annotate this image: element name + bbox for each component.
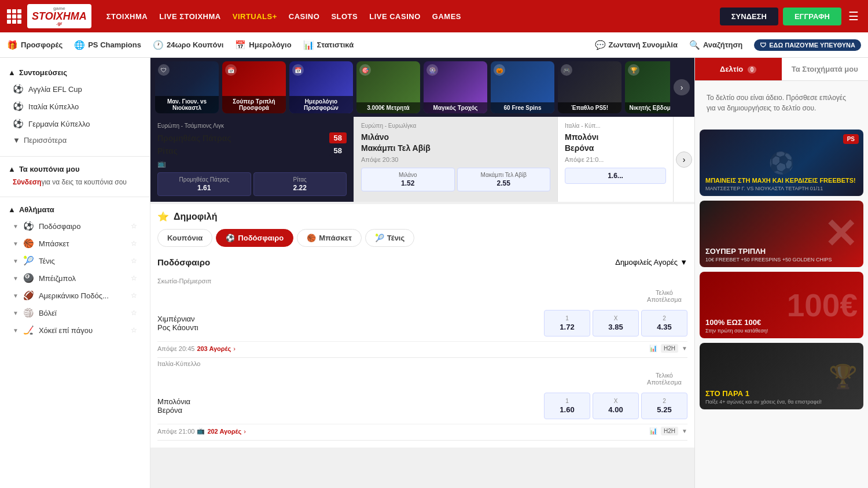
tennis-label: Τένις <box>39 257 55 265</box>
ad-card-1[interactable]: ✕ ΣΟΥΠΕΡ ΤΡΙΠΛΗ 10€ FREEBET +50 FREESPIN… <box>700 201 863 267</box>
odd-cell-0-2[interactable]: 2 4.35 <box>641 310 687 337</box>
odd-cell-1-2[interactable]: 2 5.25 <box>641 393 687 419</box>
sidebar-item-italy-cup[interactable]: ⚽ Ιταλία Κύπελλο <box>8 98 142 115</box>
nav-slots[interactable]: SLOTS <box>331 12 358 21</box>
promo-card-3[interactable]: 🎯 3.000€ Μετρητά <box>356 61 420 113</box>
live-video-icon[interactable]: 📺 <box>157 160 347 168</box>
sidebar-item-basketball[interactable]: ▼ 🏀 Μπάσκετ ☆ <box>8 235 142 252</box>
fav-star-1[interactable]: ☆ <box>131 222 137 230</box>
markets-arrow-1[interactable]: › <box>244 428 246 435</box>
popular-markets-sort[interactable]: Δημοφιλείς Αγορές ▼ <box>615 258 687 267</box>
pop-tab-tennis[interactable]: 🎾 Τένις <box>365 229 414 247</box>
hockey-icon: 🏒 <box>23 325 34 335</box>
athletics-header[interactable]: ▲ Αθλήματα <box>8 205 142 214</box>
sindeси-button[interactable]: ΣΥΝΔΕΣΗ <box>720 8 778 25</box>
match-header-0: Τελικό Αποτέλεσμα <box>157 287 687 305</box>
badge-icon: 🛡 <box>760 42 766 49</box>
odd-btn-1-0[interactable]: Μιλάνο 1.52 <box>361 168 455 191</box>
odd-team-1-0: Μιλάνο <box>364 172 452 178</box>
nav-ps-champions[interactable]: 🌐 PS Champions <box>74 40 141 50</box>
sidebar-item-tennis[interactable]: ▼ 🎾 Τένις ☆ <box>8 252 142 269</box>
odd-cell-1-X[interactable]: X 4.00 <box>593 393 639 419</box>
promo-label-0: Μαν. Γιουν. vs Νιούκαστλ <box>155 96 219 113</box>
markets-arrow-0[interactable]: › <box>233 345 236 352</box>
promo-card-1[interactable]: 📅 Σούπερ Τριπλή Προσφορά <box>222 61 286 113</box>
sidebar-item-football[interactable]: ▼ ⚽ Ποδόσφαιρο ☆ <box>8 217 142 235</box>
odd-btn-0-0[interactable]: Προμηθέας Πάτρας 1.61 <box>157 172 251 196</box>
chevron-down-icon-1: ▼ <box>13 223 19 230</box>
nav-stoixima[interactable]: ΣΤΟΙΧΗΜΑ <box>106 12 148 21</box>
odd-btn-0-1[interactable]: Ρίτας 2.22 <box>253 172 347 196</box>
promo-next-button[interactable]: › <box>674 79 690 95</box>
fav-star-6[interactable]: ☆ <box>131 309 137 317</box>
sidebar-item-american-football[interactable]: ▼ 🏈 Αμερικάνικο Ποδός... ☆ <box>8 287 142 304</box>
pop-tab-koupon[interactable]: Κουπόνια <box>157 229 212 247</box>
live-score1-0: 58 <box>329 132 347 143</box>
h2h-badge-0[interactable]: H2H <box>661 344 678 353</box>
live-next-button[interactable]: › <box>676 151 692 168</box>
match-meta-right-0: 📊 H2H ▼ <box>649 344 687 353</box>
fav-star-7[interactable]: ☆ <box>131 326 137 334</box>
promo-card-6[interactable]: 🎮 Έπαθλο PS5! <box>558 61 621 113</box>
my-coupons-header[interactable]: ▲ Τα κουπόνια μου <box>8 165 142 173</box>
eggafi-button[interactable]: ΕΓΓΡΑΦΗ <box>783 8 841 25</box>
promo-card-2[interactable]: 📅 Ημερολόγιο Προσφορών <box>289 61 353 113</box>
main-content: 🛡 Μαν. Γιουν. vs Νιούκαστλ 📅 Σούπερ Τριπ… <box>150 58 694 488</box>
promo-cards-container: 🛡 Μαν. Γιουν. vs Νιούκαστλ 📅 Σούπερ Τριπ… <box>155 61 670 113</box>
odd-btn-2-0[interactable]: 1.6... <box>565 168 666 184</box>
nav-statistics[interactable]: 📊 Στατιστικά <box>303 40 354 50</box>
match-team2-0: Ρος Κάουντι <box>157 323 544 332</box>
ad-card-0[interactable]: PS ΜΠΑΙΝΕΙΣ ΣΤΗ ΜΑΧΗ ΚΑΙ ΚΕΡΔΙΖΕΙΣ FREEB… <box>700 130 863 196</box>
odd-cell-1-1[interactable]: 1 1.60 <box>544 393 590 419</box>
odd-btn-1-1[interactable]: Μακάμπι Τελ Αβίβ 2.55 <box>457 168 551 191</box>
nav-24h-coupon[interactable]: 🕐 24ωρο Κουπόνι <box>153 40 223 50</box>
stats-bar-icon-1: 📊 <box>649 427 657 435</box>
chevron-down-icon-2: ▼ <box>13 241 19 247</box>
h2h-badge-1[interactable]: H2H <box>661 427 678 435</box>
fav-star-4[interactable]: ☆ <box>131 274 137 282</box>
sidebar-item-england-efl[interactable]: ⚽ Αγγλία EFL Cup <box>8 80 142 98</box>
nav-virtuals[interactable]: VIRTUALS+ <box>233 12 277 21</box>
sidebar-item-hockey[interactable]: ▼ 🏒 Χόκεϊ επί πάγου ☆ <box>8 321 142 339</box>
hamburger-icon[interactable]: ☰ <box>846 7 861 25</box>
sidebar-item-volleyball[interactable]: ▼ 🏐 Βόλεϊ ☆ <box>8 304 142 321</box>
odd-label-0-1: 1 <box>548 315 586 321</box>
site-logo[interactable]: game STOIXHMA .gr <box>27 4 91 28</box>
betslip-tab-deltio[interactable]: Δελτίο 0 <box>695 58 782 80</box>
ad-card-2[interactable]: 100€ 100% ΕΩΣ 100€ Στην πρώτη σου κατάθε… <box>700 272 863 338</box>
nav-games[interactable]: GAMES <box>432 12 461 21</box>
markets-link-0[interactable]: 203 Αγορές <box>197 345 231 352</box>
grid-menu-icon[interactable] <box>7 9 21 24</box>
coupon-login-link[interactable]: Σύνδεση <box>13 178 41 186</box>
ad-card-3[interactable]: ΣΤΟ ΠΑΡΑ 1 Παίξε 4+ αγώνες και αν χάσεις… <box>700 343 863 409</box>
nav-prosfores[interactable]: 🎁 Προσφορές <box>7 40 62 50</box>
nav-live-casino[interactable]: LIVE CASINO <box>369 12 421 21</box>
promo-card-7[interactable]: 🏆 Νικητής Εβδομάδας <box>625 61 670 113</box>
nav-live-stoixima[interactable]: LIVE ΣΤΟΙΧΗΜΑ <box>159 12 221 21</box>
sidebar-item-baseball[interactable]: ▼ 🎱 Μπέιζμπολ ☆ <box>8 269 142 287</box>
main-layout: ▲ Συντομεύσεις ⚽ Αγγλία EFL Cup ⚽ Ιταλία… <box>0 58 868 488</box>
nav-live-chat[interactable]: 💬 Ζωντανή Συνομιλία <box>595 40 678 50</box>
pop-tab-basketball[interactable]: 🏀 Μπάσκετ <box>297 229 362 247</box>
odd-cell-0-1[interactable]: 1 1.72 <box>544 310 590 337</box>
betslip-tab-my-bets[interactable]: Τα Στοιχήματά μου <box>782 58 869 80</box>
promo-card-0[interactable]: 🛡 Μαν. Γιουν. vs Νιούκαστλ <box>155 61 219 113</box>
nav-calendar[interactable]: 📅 Ημερολόγιο <box>235 40 291 50</box>
live-team2-1: Μακάμπι Τελ Αβίβ <box>361 143 431 153</box>
promo-card-4[interactable]: 🎡 Μαγικός Τροχός <box>424 61 487 113</box>
fav-star-3[interactable]: ☆ <box>131 257 137 265</box>
promo-card-5[interactable]: 🎃 60 Free Spins <box>491 61 554 113</box>
fav-star-2[interactable]: ☆ <box>131 239 137 247</box>
ad-text-0: ΜΠΑΙΝΕΙΣ ΣΤΗ ΜΑΧΗ ΚΑΙ ΚΕΡΔΙΖΕΙΣ FREEBETS… <box>700 172 863 196</box>
sidebar-item-germany-cup[interactable]: ⚽ Γερμανία Κύπελλο <box>8 115 142 132</box>
odd-value-2-0: 1.6... <box>568 172 663 180</box>
promo-label-1: Σούπερ Τριπλή Προσφορά <box>222 96 286 113</box>
shortcuts-header[interactable]: ▲ Συντομεύσεις <box>8 68 142 77</box>
odd-cell-0-X[interactable]: X 3.85 <box>593 310 639 337</box>
pop-tab-football[interactable]: ⚽ Ποδόσφαιρο <box>216 229 293 247</box>
fav-star-5[interactable]: ☆ <box>131 291 137 300</box>
markets-link-1[interactable]: 202 Αγορές <box>207 428 241 435</box>
nav-casino[interactable]: CASINO <box>289 12 320 21</box>
nav-search[interactable]: 🔍 Αναζήτηση <box>689 40 742 50</box>
shortcuts-more[interactable]: ▼ Περισσότερα <box>8 132 142 148</box>
